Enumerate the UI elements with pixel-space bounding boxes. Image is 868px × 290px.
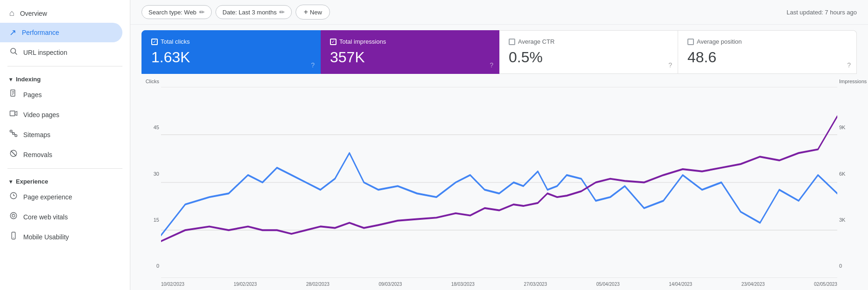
- metric-title-position: Average position: [697, 38, 742, 45]
- x-label-7: 14/04/2023: [669, 282, 692, 287]
- svg-point-18: [10, 212, 17, 219]
- metric-average-position[interactable]: Average position 48.6 ?: [678, 30, 857, 74]
- y-left-low: 15: [141, 217, 159, 223]
- x-label-9: 02/05/2023: [814, 282, 837, 287]
- y-right-mid: 6K: [839, 171, 857, 177]
- sidebar-item-label: Overview: [20, 10, 47, 17]
- metric-average-ctr[interactable]: Average CTR 0.5% ?: [499, 30, 678, 74]
- metric-title-ctr: Average CTR: [518, 38, 555, 45]
- metric-title-clicks: Total clicks: [161, 38, 190, 45]
- help-icon-impressions[interactable]: ?: [490, 61, 493, 69]
- help-icon-ctr[interactable]: ?: [668, 61, 672, 69]
- sidebar-item-label: Page experience: [23, 193, 72, 201]
- sidebar-item-label: Performance: [22, 29, 59, 36]
- page-experience-icon: [9, 191, 18, 202]
- svg-rect-9: [13, 133, 15, 135]
- sidebar: ⌂ Overview ↗ Performance URL inspection …: [0, 0, 130, 290]
- new-button[interactable]: + New: [296, 5, 330, 20]
- y-left-zero: 0: [141, 263, 159, 269]
- divider-2: [7, 168, 122, 169]
- sidebar-item-sitemaps[interactable]: Sitemaps: [0, 125, 122, 145]
- new-label: New: [310, 9, 322, 16]
- metric-total-clicks[interactable]: Total clicks 1.63K ?: [141, 30, 321, 74]
- chevron-down-icon: ▾: [9, 76, 12, 83]
- y-right-zero: 0: [839, 263, 857, 269]
- metrics-row: Total clicks 1.63K ? Total impressions 3…: [130, 25, 868, 74]
- section-label: Indexing: [16, 76, 40, 83]
- performance-icon: ↗: [9, 27, 16, 38]
- x-label-0: 10/02/2023: [161, 282, 184, 287]
- sidebar-item-label: Core web vitals: [23, 213, 68, 221]
- section-experience[interactable]: ▾ Experience: [0, 172, 130, 187]
- y-left-max: 45: [141, 125, 159, 130]
- sidebar-item-mobile-usability[interactable]: Mobile Usability: [0, 227, 122, 247]
- y-right-low: 3K: [839, 217, 857, 223]
- metric-checkbox-clicks[interactable]: [151, 39, 158, 45]
- svg-line-11: [11, 132, 13, 133]
- sidebar-item-removals[interactable]: Removals: [0, 145, 122, 165]
- chart-svg: [161, 87, 837, 278]
- x-label-5: 27/03/2023: [524, 282, 547, 287]
- sidebar-item-label: Removals: [23, 151, 52, 158]
- impressions-line: [161, 116, 837, 241]
- sidebar-item-label: Video pages: [23, 111, 60, 119]
- x-label-8: 23/04/2023: [741, 282, 765, 287]
- metric-total-impressions[interactable]: Total impressions 357K ?: [321, 30, 499, 74]
- metric-checkbox-position[interactable]: [687, 39, 694, 45]
- search-type-filter[interactable]: Search type: Web ✏: [141, 5, 212, 19]
- section-indexing[interactable]: ▾ Indexing: [0, 70, 130, 85]
- metric-value-position: 48.6: [687, 49, 847, 66]
- x-label-3: 09/03/2023: [379, 282, 402, 287]
- edit-icon-2: ✏: [279, 8, 285, 16]
- svg-line-14: [11, 151, 16, 156]
- video-icon: [9, 109, 18, 120]
- mobile-icon: [9, 231, 18, 242]
- metric-checkbox-impressions[interactable]: [330, 39, 336, 45]
- date-filter[interactable]: Date: Last 3 months ✏: [215, 5, 292, 19]
- svg-line-1: [15, 53, 17, 54]
- sidebar-item-video-pages[interactable]: Video pages: [0, 105, 122, 125]
- chart-container: Clicks 45 30 15 0 Impressions 9K 6K 3K 0: [141, 78, 857, 283]
- y-left-mid: 30: [141, 171, 159, 177]
- x-label-6: 05/04/2023: [596, 282, 619, 287]
- core-web-vitals-icon: [9, 211, 18, 222]
- home-icon: ⌂: [9, 8, 14, 18]
- help-icon-position[interactable]: ?: [847, 61, 851, 69]
- divider-1: [7, 66, 122, 66]
- help-icon-clicks[interactable]: ?: [311, 61, 315, 69]
- sidebar-item-overview[interactable]: ⌂ Overview: [0, 4, 122, 23]
- sidebar-item-label: Mobile Usability: [23, 233, 69, 241]
- chart-area: Clicks 45 30 15 0 Impressions 9K 6K 3K 0: [130, 74, 868, 290]
- metric-title-impressions: Total impressions: [339, 38, 386, 45]
- sidebar-item-pages[interactable]: Pages: [0, 85, 122, 105]
- sidebar-item-label: Pages: [23, 91, 42, 99]
- metric-value-ctr: 0.5%: [509, 49, 668, 66]
- y-left-label: Clicks: [141, 79, 159, 84]
- plus-icon: +: [303, 8, 308, 16]
- edit-icon: ✏: [199, 8, 205, 16]
- svg-rect-8: [10, 130, 13, 132]
- x-label-4: 18/03/2023: [451, 282, 475, 287]
- sidebar-item-label: URL inspection: [23, 49, 67, 56]
- removals-icon: [9, 149, 18, 160]
- section-label: Experience: [16, 178, 48, 185]
- x-axis-labels: 10/02/2023 19/02/2023 28/02/2023 09/03/2…: [161, 280, 837, 287]
- main-content: Search type: Web ✏ Date: Last 3 months ✏…: [130, 0, 868, 290]
- x-label-2: 28/02/2023: [306, 282, 330, 287]
- sidebar-item-core-web-vitals[interactable]: Core web vitals: [0, 207, 122, 227]
- topbar: Search type: Web ✏ Date: Last 3 months ✏…: [130, 0, 868, 25]
- svg-point-19: [12, 214, 15, 217]
- sidebar-item-page-experience[interactable]: Page experience: [0, 187, 122, 207]
- metric-checkbox-ctr[interactable]: [509, 39, 515, 45]
- search-type-label: Search type: Web: [148, 9, 196, 16]
- sidebar-item-performance[interactable]: ↗ Performance: [0, 23, 122, 42]
- svg-rect-10: [15, 135, 17, 137]
- sidebar-item-url-inspection[interactable]: URL inspection: [0, 42, 122, 62]
- svg-point-0: [11, 48, 16, 53]
- chevron-down-icon-2: ▾: [9, 178, 12, 185]
- y-right-max: 9K: [839, 125, 857, 130]
- y-right-label: Impressions: [839, 79, 857, 84]
- search-icon: [9, 47, 18, 58]
- pages-icon: [9, 89, 18, 100]
- metric-value-impressions: 357K: [330, 49, 490, 66]
